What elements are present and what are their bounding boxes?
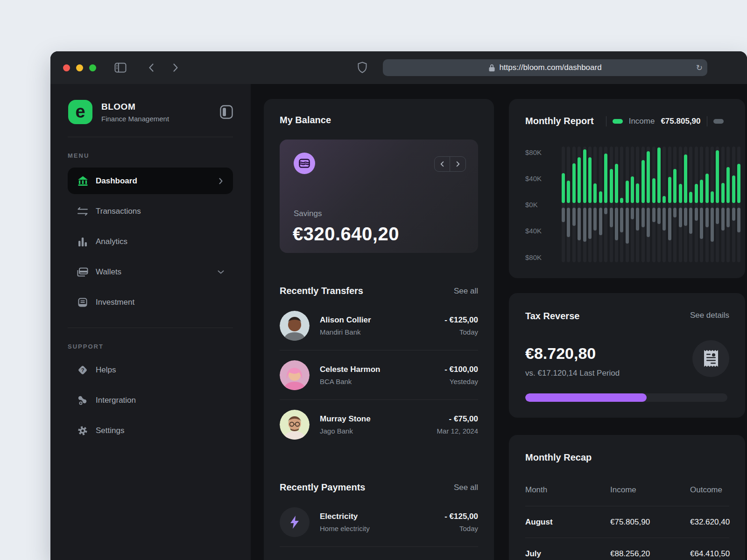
legend-divider [606,116,606,126]
close-window-button[interactable] [63,64,70,71]
transfer-date: Yesteday [444,378,478,385]
next-account-button[interactable] [450,157,465,171]
outcome-bar [726,208,730,227]
bloom-logo-icon: e [68,99,93,125]
integration-icon [77,395,88,406]
recap-table-header: Month Income Outcome [525,485,729,506]
back-button[interactable] [147,63,157,75]
transfer-row[interactable]: Celeste Harmon BCA Bank - €100,00 Yested… [280,350,478,400]
tax-see-details-link[interactable]: See details [690,311,729,322]
recap-col-income: Income [610,485,690,495]
sidebar-item-wallets[interactable]: Wallets [68,259,233,285]
income-bar [732,175,735,203]
minimize-window-button[interactable] [76,64,83,71]
avatar [280,410,310,440]
tax-comparison: vs. €17.120,14 Last Period [525,369,620,378]
chart-bar-column [662,147,666,262]
balance-card-pager [434,156,466,172]
home-icon [77,175,88,187]
outcome-bar [721,208,725,231]
y-tick-label: $40K [525,227,542,235]
transfer-row[interactable]: Alison Collier Mandiri Bank - €125,00 To… [280,301,478,350]
outcome-bar [604,208,607,214]
income-bar [695,184,698,203]
help-diamond-icon: ? [77,364,88,376]
panel-left-icon[interactable] [114,63,127,75]
outcome-bar [679,208,682,227]
income-bar [716,150,719,203]
sidebar-divider [68,137,233,137]
refresh-icon[interactable]: ↻ [696,63,703,72]
outcome-bar [689,208,692,234]
chart-bar-column [726,147,730,262]
prev-account-button[interactable] [435,157,450,171]
recap-outcome: €64.410,50 [690,549,730,559]
chart-bar-column [583,147,586,262]
recap-table-row[interactable]: August €75.805,90 €32.620,40 [525,506,729,538]
chart-bar-column [732,147,735,262]
income-bar [652,178,655,203]
dashboard-content: My Balance Saving [251,84,747,560]
shield-icon[interactable] [358,62,367,75]
income-bar [721,183,725,203]
svg-text:e: e [75,102,85,121]
transfers-see-all-link[interactable]: See all [454,287,478,296]
payment-amount: - €125,00 [444,512,478,521]
monthly-report-chart: $80K$40K$0K$40K$80K [509,147,745,262]
outcome-bar [705,208,709,227]
transfer-row[interactable]: Murray Stone Jago Bank - €75,00 Mar 12, … [280,400,478,449]
payment-row[interactable]: Electricity Home electricity - €125,00 T… [280,497,478,547]
transfer-date: Mar 12, 2024 [437,427,478,435]
monthly-report-card: Monthly Report Income €75.805,90 $80K$40… [509,99,745,278]
chart-bar-column [615,147,618,262]
chart-bar-column [700,147,703,262]
avatar [280,360,310,390]
support-group-label: SUPPORT [68,343,233,350]
tax-progress-bar [525,393,727,402]
sidebar-item-transactions[interactable]: Transactions [68,198,233,224]
recap-table-row[interactable]: July €88.256,20 €64.410,50 [525,538,729,560]
lock-icon [488,63,495,72]
outcome-bar [657,208,661,224]
sidebar-item-intergration[interactable]: Intergration [68,387,233,413]
chart-bar-column [626,147,629,262]
maximize-window-button[interactable] [89,64,96,71]
transfer-amount: - €75,00 [437,414,478,424]
sidebar-item-helps[interactable]: ? Helps [68,357,233,383]
report-legend: Income €75.805,90 [606,116,724,126]
sidebar-collapse-icon[interactable] [220,105,233,121]
recap-month: July [525,549,610,559]
sidebar-item-analytics[interactable]: Analytics [68,228,233,255]
income-bar [610,169,613,203]
sidebar-item-investment[interactable]: Investment [68,289,233,315]
transfer-arrows-icon [77,206,88,217]
outcome-bar [700,208,703,239]
recap-month: August [525,518,610,527]
chevron-right-icon [217,177,225,185]
forward-button[interactable] [170,63,180,75]
chart-bar-column [647,147,650,262]
gear-icon [77,425,88,436]
sidebar-item-dashboard[interactable]: Dashboard [68,168,233,194]
support-nav: ? Helps Intergration [68,357,233,444]
sidebar-item-label: Wallets [96,267,121,277]
outcome-bar [583,208,586,242]
brand-tagline: Finance Management [101,115,169,123]
account-label: Savings [294,209,322,218]
chart-bar-column [588,147,592,262]
recap-income: €75.805,90 [610,518,690,527]
income-bar [578,157,581,203]
payments-see-all-link[interactable]: See all [454,483,478,492]
transfer-date: Today [444,328,478,336]
outcome-bar [652,208,655,222]
y-tick-label: $40K [525,175,542,182]
report-title: Monthly Report [525,116,594,126]
lightning-icon [280,507,310,537]
balance-section-title: My Balance [280,115,478,126]
sidebar-item-settings[interactable]: Settings [68,417,233,444]
address-bar[interactable]: https://bloom.com/dashboard ↻ [383,59,707,76]
sidebar: e BLOOM Finance Management MENU [50,84,251,560]
tax-title: Tax Reverse [525,311,579,322]
income-bar [631,176,634,203]
chart-bar-column [711,147,714,262]
